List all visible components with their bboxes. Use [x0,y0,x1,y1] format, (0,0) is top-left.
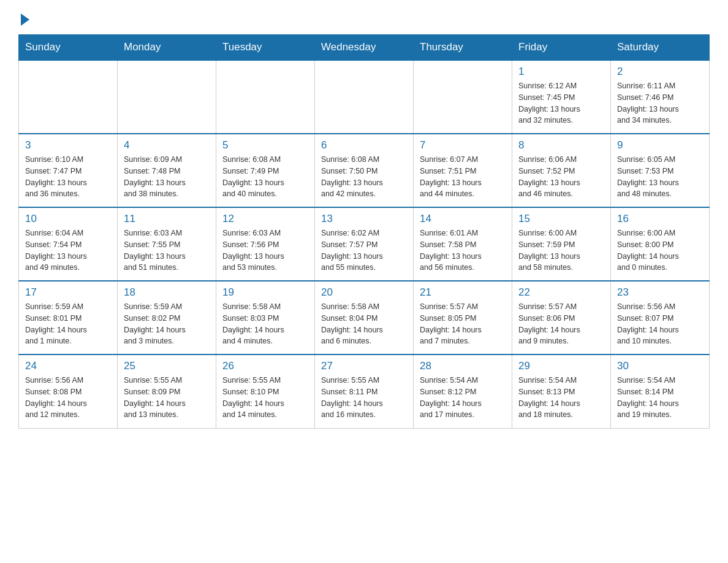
calendar-table: SundayMondayTuesdayWednesdayThursdayFrid… [18,34,710,429]
calendar-cell: 29Sunrise: 5:54 AM Sunset: 8:13 PM Dayli… [512,354,611,428]
day-info: Sunrise: 6:08 AM Sunset: 7:49 PM Dayligh… [222,154,308,200]
day-number: 6 [321,139,407,151]
calendar-cell [315,60,414,134]
day-number: 8 [518,139,604,151]
day-info: Sunrise: 5:54 AM Sunset: 8:13 PM Dayligh… [518,375,604,421]
weekday-header-monday: Monday [118,35,216,61]
calendar-cell: 16Sunrise: 6:00 AM Sunset: 8:00 PM Dayli… [611,207,710,281]
day-info: Sunrise: 6:05 AM Sunset: 7:53 PM Dayligh… [617,154,703,200]
day-info: Sunrise: 5:59 AM Sunset: 8:01 PM Dayligh… [25,301,111,347]
day-number: 17 [25,286,111,299]
day-info: Sunrise: 5:58 AM Sunset: 8:04 PM Dayligh… [321,301,407,347]
calendar-cell: 27Sunrise: 5:55 AM Sunset: 8:11 PM Dayli… [315,354,414,428]
calendar-cell: 7Sunrise: 6:07 AM Sunset: 7:51 PM Daylig… [414,134,512,207]
day-number: 27 [321,360,407,372]
day-info: Sunrise: 6:07 AM Sunset: 7:51 PM Dayligh… [420,154,506,200]
weekday-header-sunday: Sunday [19,35,118,61]
calendar-cell: 21Sunrise: 5:57 AM Sunset: 8:05 PM Dayli… [414,281,512,354]
calendar-cell: 8Sunrise: 6:06 AM Sunset: 7:52 PM Daylig… [512,134,611,207]
day-number: 9 [617,139,703,151]
day-number: 24 [25,360,111,372]
calendar-cell [19,60,118,134]
day-number: 16 [617,213,703,225]
day-info: Sunrise: 6:06 AM Sunset: 7:52 PM Dayligh… [518,154,604,200]
calendar-cell: 12Sunrise: 6:03 AM Sunset: 7:56 PM Dayli… [216,207,315,281]
day-number: 20 [321,286,407,299]
weekday-header-saturday: Saturday [611,35,710,61]
day-info: Sunrise: 5:55 AM Sunset: 8:11 PM Dayligh… [321,375,407,421]
weekday-header-wednesday: Wednesday [315,35,414,61]
day-number: 10 [25,213,111,225]
logo [18,12,29,22]
calendar-cell: 28Sunrise: 5:54 AM Sunset: 8:12 PM Dayli… [414,354,512,428]
day-number: 30 [617,360,703,372]
day-info: Sunrise: 5:55 AM Sunset: 8:10 PM Dayligh… [222,375,308,421]
day-info: Sunrise: 5:57 AM Sunset: 8:05 PM Dayligh… [420,301,506,347]
day-number: 28 [420,360,506,372]
week-row-2: 3Sunrise: 6:10 AM Sunset: 7:47 PM Daylig… [19,134,710,207]
day-number: 13 [321,213,407,225]
calendar-cell: 26Sunrise: 5:55 AM Sunset: 8:10 PM Dayli… [216,354,315,428]
day-info: Sunrise: 6:09 AM Sunset: 7:48 PM Dayligh… [124,154,210,200]
calendar-cell: 9Sunrise: 6:05 AM Sunset: 7:53 PM Daylig… [611,134,710,207]
day-number: 29 [518,360,604,372]
logo-arrow-icon [21,13,29,26]
logo-general [18,12,29,26]
weekday-header-friday: Friday [512,35,611,61]
calendar-cell [414,60,512,134]
day-info: Sunrise: 5:55 AM Sunset: 8:09 PM Dayligh… [124,375,210,421]
calendar-cell: 22Sunrise: 5:57 AM Sunset: 8:06 PM Dayli… [512,281,611,354]
week-row-5: 24Sunrise: 5:56 AM Sunset: 8:08 PM Dayli… [19,354,710,428]
day-info: Sunrise: 6:00 AM Sunset: 8:00 PM Dayligh… [617,228,703,274]
calendar-cell [118,60,216,134]
calendar-cell: 23Sunrise: 5:56 AM Sunset: 8:07 PM Dayli… [611,281,710,354]
calendar-cell: 25Sunrise: 5:55 AM Sunset: 8:09 PM Dayli… [118,354,216,428]
calendar-cell: 15Sunrise: 6:00 AM Sunset: 7:59 PM Dayli… [512,207,611,281]
day-number: 4 [124,139,210,151]
calendar-cell: 24Sunrise: 5:56 AM Sunset: 8:08 PM Dayli… [19,354,118,428]
day-info: Sunrise: 6:08 AM Sunset: 7:50 PM Dayligh… [321,154,407,200]
day-number: 1 [518,66,604,78]
day-info: Sunrise: 6:10 AM Sunset: 7:47 PM Dayligh… [25,154,111,200]
day-number: 3 [25,139,111,151]
calendar-cell: 11Sunrise: 6:03 AM Sunset: 7:55 PM Dayli… [118,207,216,281]
day-info: Sunrise: 5:56 AM Sunset: 8:07 PM Dayligh… [617,301,703,347]
day-number: 5 [222,139,308,151]
day-number: 12 [222,213,308,225]
day-info: Sunrise: 6:04 AM Sunset: 7:54 PM Dayligh… [25,228,111,274]
weekday-header-tuesday: Tuesday [216,35,315,61]
day-info: Sunrise: 6:03 AM Sunset: 7:55 PM Dayligh… [124,228,210,274]
calendar-cell: 1Sunrise: 6:12 AM Sunset: 7:45 PM Daylig… [512,60,611,134]
calendar-cell: 10Sunrise: 6:04 AM Sunset: 7:54 PM Dayli… [19,207,118,281]
day-number: 18 [124,286,210,299]
day-info: Sunrise: 5:54 AM Sunset: 8:14 PM Dayligh… [617,375,703,421]
calendar-cell: 5Sunrise: 6:08 AM Sunset: 7:49 PM Daylig… [216,134,315,207]
calendar-cell [216,60,315,134]
day-number: 11 [124,213,210,225]
calendar-cell: 30Sunrise: 5:54 AM Sunset: 8:14 PM Dayli… [611,354,710,428]
day-number: 22 [518,286,604,299]
day-info: Sunrise: 5:59 AM Sunset: 8:02 PM Dayligh… [124,301,210,347]
calendar-cell: 20Sunrise: 5:58 AM Sunset: 8:04 PM Dayli… [315,281,414,354]
day-number: 26 [222,360,308,372]
day-number: 19 [222,286,308,299]
calendar-cell: 18Sunrise: 5:59 AM Sunset: 8:02 PM Dayli… [118,281,216,354]
day-number: 14 [420,213,506,225]
calendar-cell: 3Sunrise: 6:10 AM Sunset: 7:47 PM Daylig… [19,134,118,207]
calendar-cell: 2Sunrise: 6:11 AM Sunset: 7:46 PM Daylig… [611,60,710,134]
weekday-header-thursday: Thursday [414,35,512,61]
day-number: 15 [518,213,604,225]
week-row-4: 17Sunrise: 5:59 AM Sunset: 8:01 PM Dayli… [19,281,710,354]
calendar-cell: 6Sunrise: 6:08 AM Sunset: 7:50 PM Daylig… [315,134,414,207]
day-number: 21 [420,286,506,299]
day-number: 23 [617,286,703,299]
day-number: 25 [124,360,210,372]
day-info: Sunrise: 5:54 AM Sunset: 8:12 PM Dayligh… [420,375,506,421]
week-row-3: 10Sunrise: 6:04 AM Sunset: 7:54 PM Dayli… [19,207,710,281]
day-number: 2 [617,66,703,78]
calendar-cell: 17Sunrise: 5:59 AM Sunset: 8:01 PM Dayli… [19,281,118,354]
calendar-cell: 14Sunrise: 6:01 AM Sunset: 7:58 PM Dayli… [414,207,512,281]
calendar-cell: 13Sunrise: 6:02 AM Sunset: 7:57 PM Dayli… [315,207,414,281]
day-info: Sunrise: 6:03 AM Sunset: 7:56 PM Dayligh… [222,228,308,274]
header [18,12,710,22]
